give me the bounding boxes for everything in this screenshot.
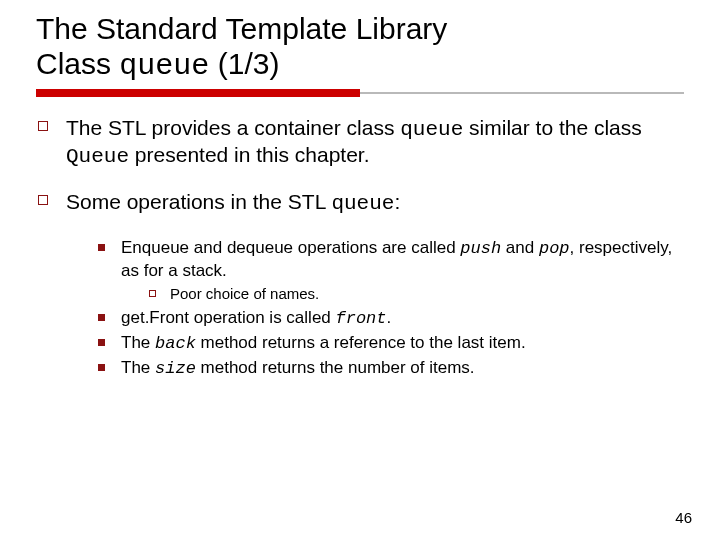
code-fragment: queue bbox=[331, 192, 394, 215]
slide-title: The Standard Template Library Class queu… bbox=[36, 12, 684, 83]
page-number: 46 bbox=[675, 509, 692, 526]
code-fragment: front bbox=[336, 309, 387, 328]
bullet-text: The back method returns a reference to t… bbox=[121, 332, 526, 355]
list-item: The back method returns a reference to t… bbox=[98, 332, 682, 355]
bullet-text: Poor choice of names. bbox=[170, 284, 319, 304]
list-item: Some operations in the STL queue: bbox=[38, 189, 682, 216]
code-fragment: push bbox=[460, 239, 501, 258]
bullet-open-icon bbox=[38, 121, 48, 131]
title-line2-pre: Class bbox=[36, 47, 119, 80]
bullet-text: The STL provides a container class queue… bbox=[66, 115, 682, 169]
text-fragment: similar to the class bbox=[463, 116, 642, 139]
divider bbox=[36, 89, 684, 97]
slide: The Standard Template Library Class queu… bbox=[0, 0, 720, 540]
text-fragment: get.Front operation is called bbox=[121, 308, 336, 327]
code-fragment: queue bbox=[400, 118, 463, 141]
text-fragment: The STL provides a container class bbox=[66, 116, 400, 139]
bullet-tiny-icon bbox=[149, 290, 156, 297]
bullet-text: Some operations in the STL queue: bbox=[66, 189, 400, 216]
list-item: Poor choice of names. bbox=[149, 284, 682, 304]
bullet-solid-icon bbox=[98, 314, 105, 321]
bullet-text: Enqueue and dequeue operations are calle… bbox=[121, 237, 682, 306]
text-fragment: : bbox=[394, 190, 400, 213]
divider-red bbox=[36, 89, 360, 97]
code-fragment: Queue bbox=[66, 145, 129, 168]
title-code: queue bbox=[119, 49, 209, 83]
text-fragment: method returns a reference to the last i… bbox=[196, 333, 526, 352]
bullet-solid-icon bbox=[98, 364, 105, 371]
code-fragment: back bbox=[155, 334, 196, 353]
list-item: Enqueue and dequeue operations are calle… bbox=[98, 237, 682, 306]
list-item: get.Front operation is called front. bbox=[98, 307, 682, 330]
sublist: Enqueue and dequeue operations are calle… bbox=[38, 237, 682, 381]
bullet-text: The size method returns the number of it… bbox=[121, 357, 475, 380]
text-fragment: and bbox=[501, 238, 539, 257]
bullet-text: get.Front operation is called front. bbox=[121, 307, 391, 330]
text-fragment: Some operations in the STL bbox=[66, 190, 331, 213]
bullet-solid-icon bbox=[98, 244, 105, 251]
text-fragment: presented in this chapter. bbox=[129, 143, 370, 166]
list-item: The size method returns the number of it… bbox=[98, 357, 682, 380]
list-item: The STL provides a container class queue… bbox=[38, 115, 682, 169]
slide-body: The STL provides a container class queue… bbox=[28, 105, 692, 381]
text-fragment: The bbox=[121, 333, 155, 352]
text-fragment: method returns the number of items. bbox=[196, 358, 475, 377]
text-fragment: . bbox=[387, 308, 392, 327]
title-block: The Standard Template Library Class queu… bbox=[28, 12, 692, 97]
text-fragment: Enqueue and dequeue operations are calle… bbox=[121, 238, 460, 257]
subsublist: Poor choice of names. bbox=[121, 284, 682, 304]
title-line2-post: (1/3) bbox=[209, 47, 279, 80]
bullet-open-icon bbox=[38, 195, 48, 205]
bullet-solid-icon bbox=[98, 339, 105, 346]
text-fragment: The bbox=[121, 358, 155, 377]
code-fragment: pop bbox=[539, 239, 570, 258]
title-line1: The Standard Template Library bbox=[36, 12, 447, 45]
code-fragment: size bbox=[155, 359, 196, 378]
divider-gray bbox=[360, 92, 684, 94]
